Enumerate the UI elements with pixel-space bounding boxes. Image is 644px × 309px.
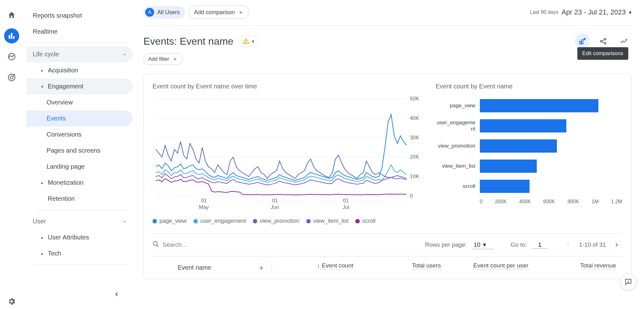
add-comparison-button[interactable]: Add comparison ＋ (189, 6, 249, 19)
legend-item[interactable]: view_promotion (253, 218, 299, 224)
legend-dot (153, 219, 157, 223)
svg-rect-1 (11, 33, 13, 39)
label: Conversions (47, 131, 81, 138)
nav-overview[interactable]: Overview (26, 94, 133, 110)
table-controls: Rows per page: 10 ▾ Go to: 1-10 of 31 (153, 233, 622, 256)
prev-page-button[interactable] (563, 239, 574, 250)
search-input[interactable] (163, 241, 257, 248)
icon-rail (0, 0, 23, 309)
legend-dot (355, 219, 360, 223)
home-icon[interactable] (4, 8, 19, 23)
bar-row: scroll (436, 176, 622, 196)
nav-acquisition[interactable]: ▸ Acquisition (26, 62, 133, 78)
legend-label: page_view (159, 218, 186, 224)
nav-events[interactable]: Events (26, 110, 133, 126)
nav-monetization[interactable]: ▸ Monetization (26, 175, 133, 191)
metric-header[interactable]: Total revenue (580, 262, 616, 269)
nav-tech[interactable]: ▸ Tech (26, 245, 133, 261)
main: A All Users Add comparison ＋ Last 90 day… (136, 0, 644, 309)
advertising-icon[interactable] (4, 70, 19, 85)
bar-row: view_item_list (436, 156, 622, 176)
nav-pages[interactable]: Pages and screens (26, 143, 133, 159)
legend-label: view_promotion (260, 218, 299, 224)
legend-item[interactable]: page_view (153, 218, 186, 224)
metric-header[interactable]: Event count per user (473, 262, 528, 269)
line-chart: 010K20K30K40K50K01May01Jun01Jul (153, 96, 423, 212)
label: Landing page (47, 163, 85, 170)
svg-rect-8 (580, 41, 581, 44)
metric-header[interactable]: Total users (412, 262, 441, 269)
caret-down-icon: ▾ (252, 38, 254, 44)
date-value: Apr 23 - Jul 21, 2023 (562, 8, 626, 16)
rows-per-page-select[interactable]: 10 ▾ (472, 240, 494, 249)
label: Engagement (48, 83, 83, 90)
label: Reports snapshot (33, 12, 82, 19)
nav-engagement[interactable]: ▾ Engagement (26, 78, 133, 94)
audience-label: All Users (157, 9, 180, 16)
line-chart-legend: page_viewuser_engagementview_promotionvi… (153, 218, 423, 224)
insights-button[interactable] (616, 34, 631, 49)
add-filter-button[interactable]: Add filter ＋ (143, 53, 182, 65)
caret-right-icon: ▸ (40, 236, 44, 239)
nav-retention[interactable]: Retention (26, 191, 133, 207)
nav-landing[interactable]: Landing page (26, 159, 133, 175)
pager-text: 1-10 of 31 (579, 241, 606, 248)
plus-icon: ＋ (238, 8, 244, 16)
nav-realtime[interactable]: Realtime (26, 24, 133, 40)
add-dimension-button[interactable]: ＋ (257, 262, 265, 273)
sort-desc-icon: ↓ (317, 262, 320, 269)
svg-text:01: 01 (343, 198, 349, 204)
svg-text:01: 01 (272, 198, 278, 204)
dimension-header: Event name (178, 264, 211, 271)
svg-point-5 (10, 76, 13, 79)
nav-reports-snapshot[interactable]: Reports snapshot (26, 8, 133, 24)
explore-icon[interactable] (4, 49, 19, 64)
label: Acquisition (48, 67, 78, 74)
metric-header[interactable]: ↓ Event count (317, 262, 353, 269)
svg-text:01: 01 (201, 198, 207, 204)
svg-line-35 (157, 245, 159, 247)
bar-label: view_promotion (436, 143, 480, 149)
nav-life-cycle[interactable]: Life cycle (26, 46, 133, 62)
svg-line-14 (602, 40, 605, 41)
goto-label: Go to: (511, 241, 527, 248)
svg-rect-2 (13, 36, 15, 39)
threshold-warning-badge[interactable]: ▾ (238, 36, 259, 47)
edit-comparisons-button[interactable] (575, 34, 590, 49)
svg-text:40K: 40K (410, 115, 419, 121)
bar-fill (480, 99, 599, 112)
collapse-sidebar-button[interactable] (26, 287, 133, 303)
share-button[interactable] (596, 34, 611, 49)
search-icon (153, 241, 159, 249)
tooltip: Edit comparisons (577, 47, 628, 60)
nav-user-attributes[interactable]: ▸ User Attributes (26, 229, 133, 245)
next-page-button[interactable] (611, 239, 622, 250)
svg-text:Jun: Jun (271, 204, 279, 210)
label: Add comparison (194, 9, 235, 16)
settings-icon[interactable] (4, 294, 19, 309)
reports-icon[interactable] (4, 28, 19, 43)
label: Monetization (48, 179, 83, 186)
caret-down-icon: ▾ (40, 85, 44, 88)
bar-fill (480, 180, 530, 193)
nav-conversions[interactable]: Conversions (26, 126, 133, 143)
svg-rect-0 (9, 35, 10, 39)
plus-icon: ＋ (172, 55, 178, 63)
nav-user[interactable]: User (26, 213, 133, 229)
bar-fill (480, 160, 537, 173)
legend-item[interactable]: user_engagement (193, 218, 246, 224)
feedback-button[interactable] (620, 274, 636, 290)
value: 10 (474, 241, 480, 248)
goto-input[interactable] (532, 241, 547, 249)
legend-item[interactable]: scroll (355, 218, 375, 224)
legend-item[interactable]: view_item_list (306, 218, 348, 224)
label: Tech (48, 250, 61, 257)
svg-point-34 (153, 242, 158, 246)
date-range-picker[interactable]: Last 90 days Apr 23 - Jul 21, 2023 ▾ (530, 8, 631, 16)
audience-chip[interactable]: A All Users (143, 6, 185, 19)
caret-right-icon: ▸ (40, 181, 44, 185)
svg-point-7 (246, 42, 246, 43)
label: Events (47, 115, 66, 122)
bar-label: view_item_list (436, 163, 480, 169)
chevron-up-icon (123, 53, 126, 56)
